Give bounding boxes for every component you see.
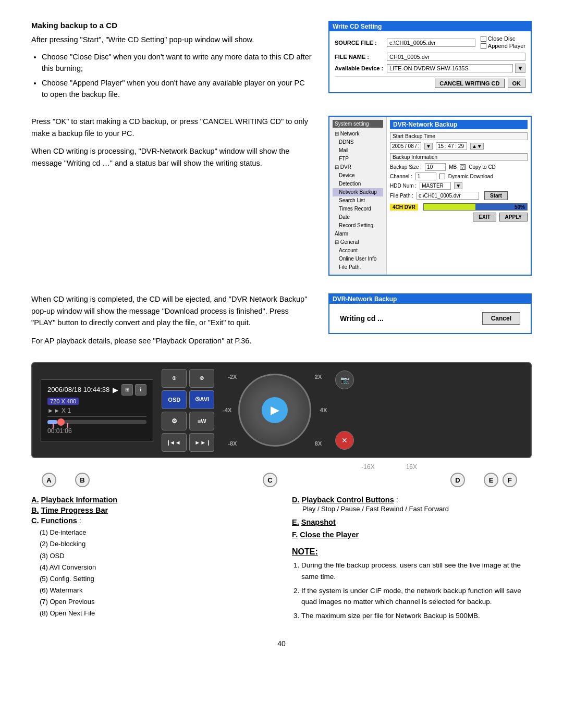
writing-cd-body: Writing cd ... Cancel	[329, 304, 531, 333]
file-path-input[interactable]	[417, 192, 479, 200]
ok-button[interactable]: OK	[508, 79, 526, 88]
source-file-value: c:\CH01_0005.dvr	[387, 39, 475, 47]
side-btns-group: 📷	[335, 371, 354, 389]
close-btn[interactable]: ✕	[335, 431, 354, 450]
label-item-b: B	[75, 473, 94, 487]
section-title: Making backup to a CD	[31, 21, 313, 30]
note-title: NOTE:	[292, 547, 532, 557]
label-circle-a: A	[42, 473, 56, 487]
player-progress-bar[interactable]	[47, 420, 146, 424]
date-input[interactable]	[390, 142, 421, 150]
channel-row: Channel : Dynamic Download	[390, 172, 528, 180]
info-c-label: Functions	[41, 516, 77, 525]
avi-btn[interactable]: ⑤AVI	[189, 390, 214, 409]
device-dropdown-arrow[interactable]: ▼	[515, 64, 525, 73]
system-sidebar-title: System setting	[333, 120, 383, 128]
info-right: D. Playback Control Buttons : Play / Sto…	[292, 496, 532, 624]
dropdown-arrow-date[interactable]: ▼	[424, 143, 433, 150]
file-name-value: CH01_0005.dvr	[387, 53, 525, 61]
append-player-checkbox[interactable]	[481, 43, 486, 49]
dvr-network-backup-title: DVR-Network Backup	[390, 120, 528, 129]
start-button[interactable]: Start	[484, 191, 508, 200]
info-b: B. Time Progress Bar	[31, 506, 271, 514]
hdd-dropdown[interactable]: MASTER	[420, 182, 451, 190]
picon-grid[interactable]: ⊞	[121, 384, 133, 396]
close-disc-check[interactable]: Close Disc	[481, 35, 525, 42]
dynamic-download-label: Dynamic Download	[448, 174, 493, 179]
tree-alarm: Alarm	[333, 230, 383, 238]
info-c-letter: C.	[31, 516, 39, 525]
play-button[interactable]: ▶	[262, 397, 288, 423]
channel-label: Channel :	[390, 174, 412, 179]
copy-to-cd-checkbox[interactable]: ☑	[460, 164, 466, 170]
prev-btn[interactable]: |◄◄	[162, 433, 187, 452]
progress-fill	[424, 204, 475, 210]
time-input[interactable]	[436, 142, 467, 150]
speed-8x: 8X	[315, 440, 322, 447]
label-item-e: E	[484, 473, 503, 487]
info-e-letter: E.	[292, 518, 299, 526]
config-btn[interactable]: ⚙	[162, 412, 187, 430]
label-circle-b: B	[75, 473, 90, 487]
next-btn[interactable]: ►► |	[189, 433, 214, 452]
para5: For AP playback details, please see "Pla…	[31, 335, 313, 347]
backup-size-row: Backup Size : MB ☑ Copy to CD	[390, 163, 528, 171]
picon-info[interactable]: ℹ	[135, 384, 146, 396]
close-disc-checkbox[interactable]	[481, 36, 486, 42]
copy-to-cd-label: Copy to CD	[469, 164, 496, 170]
label-item-c: C	[263, 473, 282, 487]
info-d-letter: D.	[292, 496, 300, 504]
tree-network-backup[interactable]: Network Backup	[333, 188, 383, 196]
para3: When CD writing is processing, "DVR-Netw…	[31, 145, 313, 169]
info-c-colon: :	[77, 516, 81, 525]
progress-container: 4CH DVR 50%	[390, 203, 528, 211]
dynamic-download-checkbox[interactable]	[439, 174, 445, 179]
speed-4x: 4X	[320, 407, 327, 413]
de-interlace-btn[interactable]: ①	[162, 369, 187, 388]
osd-btn[interactable]: OSD	[162, 390, 187, 409]
side-btns-group2: ✕	[335, 431, 354, 450]
channel-input[interactable]	[415, 172, 436, 180]
speed-neg4x: -4X	[223, 407, 231, 413]
tree-dvr: ⊟ DVR	[333, 163, 383, 171]
label-item-a: A	[42, 473, 60, 487]
player-speed-row: ►► X 1	[47, 407, 146, 414]
backup-size-input[interactable]	[425, 163, 446, 171]
speed-neg16x: -16X	[361, 463, 374, 471]
player-duration: 00:01:06	[47, 427, 72, 435]
time-spinner[interactable]: ▲▼	[470, 143, 484, 150]
close-disc-label: Close Disc	[488, 35, 516, 42]
func-btn-row-4: |◄◄ ►► |	[162, 433, 214, 452]
system-main: DVR-Network Backup Start Backup Time ▼ ▲…	[387, 117, 531, 275]
info-section: A. Playback Information B. Time Progress…	[31, 496, 532, 624]
tree-general: ⊟ General	[333, 238, 383, 246]
start-backup-label: Start Backup Time	[390, 132, 528, 140]
player-wrapper: 2006/08/18 10:44:38 ▶ ⊞ ℹ 720 X 480 ►► X…	[31, 362, 532, 487]
hdd-dropdown-arrow[interactable]: ▼	[454, 182, 462, 189]
speed-control: -2X 2X ▶ -4X 4X -8X 8X	[223, 368, 327, 452]
append-player-check[interactable]: Append Player	[481, 43, 525, 49]
pink-marker-1	[53, 423, 54, 428]
note-list: During the file backup process, users ca…	[301, 560, 532, 621]
note-item-3: The maximum size per file for Network Ba…	[301, 610, 532, 622]
apply-button[interactable]: APPLY	[499, 213, 528, 221]
func-list: (1) De-interlace (2) De-blocking (3) OSD…	[40, 527, 271, 619]
tree-ddns: DDNS	[333, 138, 383, 146]
info-left: A. Playback Information B. Time Progress…	[31, 496, 271, 624]
de-blocking-btn[interactable]: ②	[189, 369, 214, 388]
player-progress-thumb[interactable]	[57, 418, 65, 426]
speed-ring[interactable]: ▶	[238, 374, 311, 447]
watermark-btn[interactable]: ≡W	[189, 412, 214, 430]
info-d: D. Playback Control Buttons : Play / Sto…	[292, 496, 532, 513]
snapshot-btn[interactable]: 📷	[335, 371, 354, 389]
tree-online-user-info: Online User Info	[333, 255, 383, 263]
exit-button[interactable]: EXIT	[473, 213, 496, 221]
cancel-writing-cd-button[interactable]: CANCEL WRITING CD	[435, 79, 504, 88]
info-e: E. Snapshot	[292, 518, 532, 526]
tree-device: Device	[333, 171, 383, 180]
info-a: A. Playback Information	[31, 496, 271, 504]
cd-setting-box: Write CD Setting SOURCE FILE : c:\CH01_0…	[328, 21, 532, 93]
tree-network: ⊟ Network	[333, 130, 383, 138]
tree-mail: Mail	[333, 146, 383, 155]
writing-cancel-button[interactable]: Cancel	[482, 312, 520, 325]
